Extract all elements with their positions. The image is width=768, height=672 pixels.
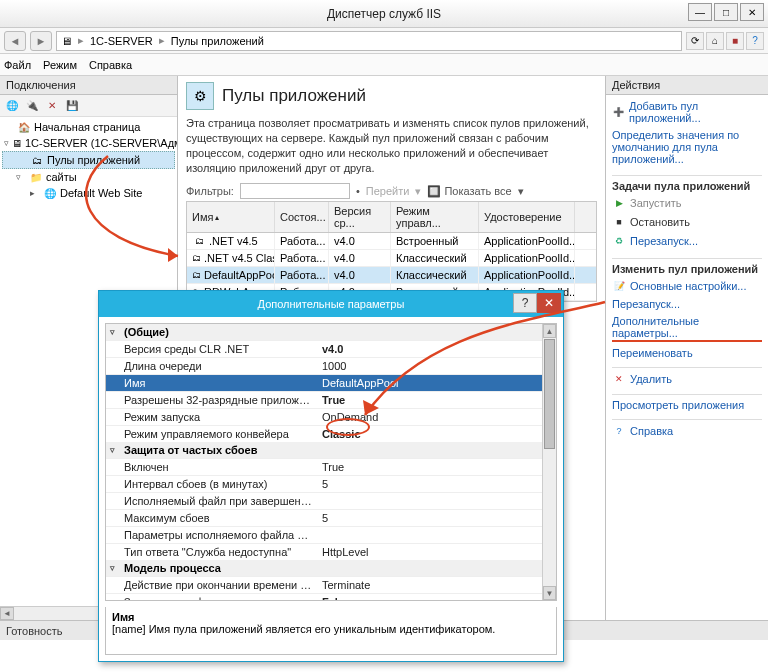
action-restart[interactable]: Перезапуск... [612, 297, 762, 311]
category-process[interactable]: ▿Модель процесса [106, 560, 556, 576]
action-rename[interactable]: Переименовать [612, 346, 762, 360]
property-row[interactable]: ИмяDefaultAppPool [106, 374, 556, 391]
filter-go[interactable]: Перейти [366, 185, 410, 197]
pool-icon: 🗂 [192, 235, 206, 247]
action-stop[interactable]: ■Остановить [612, 214, 762, 230]
tree-server[interactable]: ▿🖥 1C-SERVER (1C-SERVER\Адми [2, 135, 175, 151]
property-grid[interactable]: ▿(Общие) Версия среды CLR .NETv4.0Длина … [105, 323, 557, 601]
globe-icon[interactable]: 🌐 [4, 98, 20, 114]
action-help[interactable]: ?Справка [612, 419, 762, 439]
delete-icon[interactable]: ✕ [44, 98, 60, 114]
scroll-left-icon[interactable]: ◄ [0, 607, 14, 620]
property-description: Имя [name] Имя пула приложений является … [105, 607, 557, 655]
tree-default-website[interactable]: ▸🌐 Default Web Site [2, 185, 175, 201]
menu-mode[interactable]: Режим [43, 59, 77, 71]
connect-icon[interactable]: 🔌 [24, 98, 40, 114]
col-name[interactable]: Имя ▴ [187, 202, 275, 232]
breadcrumb-node[interactable]: Пулы приложений [171, 35, 264, 47]
action-advanced[interactable]: Дополнительные параметры... [612, 314, 762, 343]
recycle-icon: ♻ [612, 234, 626, 248]
help-icon[interactable]: ? [746, 32, 764, 50]
pool-icon: 🗂 [192, 269, 201, 281]
title-bar: Диспетчер служб IIS — □ ✕ [0, 0, 768, 28]
page-title: Пулы приложений [222, 86, 366, 106]
scroll-down-icon[interactable]: ▼ [543, 586, 556, 600]
menu-help[interactable]: Справка [89, 59, 132, 71]
address-bar: ◄ ► 🖥 ▸ 1C-SERVER ▸ Пулы приложений ⟳ ⌂ … [0, 28, 768, 54]
action-view-apps[interactable]: Просмотреть приложения [612, 394, 762, 412]
server-icon: 🖥 [12, 136, 22, 150]
col-version[interactable]: Версия ср... [329, 202, 391, 232]
minimize-button[interactable]: — [688, 3, 712, 21]
menu-bar: Файл Режим Справка [0, 54, 768, 76]
pool-icon: 🗂 [192, 252, 201, 264]
property-row[interactable]: Тип ответа "Служба недоступна"HttpLevel [106, 543, 556, 560]
property-row[interactable]: ВключенTrue [106, 458, 556, 475]
action-start[interactable]: ▶Запустить [612, 195, 762, 211]
app-pools-table: Имя ▴ Состоя... Версия ср... Режим управ… [186, 201, 597, 302]
property-row[interactable]: Версия среды CLR .NETv4.0 [106, 340, 556, 357]
nav-forward-button[interactable]: ► [30, 31, 52, 51]
action-set-defaults[interactable]: Определить значения по умолчанию для пул… [612, 128, 762, 166]
filter-row: Фильтры: • Перейти ▾ 🔲 Показать все ▾ [186, 183, 597, 199]
category-failure[interactable]: ▿Защита от частых сбоев [106, 442, 556, 458]
property-row[interactable]: Разрешены 32-разрядные приложенияTrue [106, 391, 556, 408]
stop-icon: ■ [612, 215, 626, 229]
property-row[interactable]: Режим управляемого конвейераClassic [106, 425, 556, 442]
app-pools-icon: ⚙ [186, 82, 214, 110]
home-icon[interactable]: ⌂ [706, 32, 724, 50]
actions-header: Действия [606, 76, 768, 95]
filter-show-all[interactable]: 🔲 Показать все [427, 185, 511, 198]
propgrid-vscrollbar[interactable]: ▲ ▼ [542, 324, 556, 600]
maximize-button[interactable]: □ [714, 3, 738, 21]
property-row[interactable]: Исполняемый файл при завершении работ [106, 492, 556, 509]
scroll-thumb[interactable] [544, 339, 555, 449]
col-mode[interactable]: Режим управл... [391, 202, 479, 232]
connections-header: Подключения [0, 76, 177, 95]
advanced-settings-dialog: Дополнительные параметры ? ✕ ▿(Общие) Ве… [98, 290, 564, 662]
scroll-up-icon[interactable]: ▲ [543, 324, 556, 338]
stop-icon[interactable]: ■ [726, 32, 744, 50]
property-row[interactable]: Интервал сбоев (в минутах)5 [106, 475, 556, 492]
save-icon[interactable]: 💾 [64, 98, 80, 114]
property-row[interactable]: Длина очереди1000 [106, 357, 556, 374]
nav-back-button[interactable]: ◄ [4, 31, 26, 51]
action-add-pool[interactable]: ➕Добавить пул приложений... [612, 99, 762, 125]
tree-start-page[interactable]: 🏠 Начальная страница [2, 119, 175, 135]
filter-input[interactable] [240, 183, 350, 199]
remove-icon: ✕ [612, 372, 626, 386]
property-row[interactable]: Параметры исполняемого файла при завер [106, 526, 556, 543]
filter-label: Фильтры: [186, 185, 234, 197]
refresh-icon[interactable]: ⟳ [686, 32, 704, 50]
table-header[interactable]: Имя ▴ Состоя... Версия ср... Режим управ… [187, 202, 596, 233]
actions-pane: Действия ➕Добавить пул приложений... Опр… [606, 76, 768, 620]
action-remove[interactable]: ✕Удалить [612, 367, 762, 387]
dialog-help-button[interactable]: ? [513, 293, 537, 313]
menu-file[interactable]: Файл [4, 59, 31, 71]
window-title: Диспетчер служб IIS [327, 7, 441, 21]
table-row[interactable]: 🗂DefaultAppPoolРабота...v4.0Классический… [187, 267, 596, 284]
pool-icon: 🗂 [30, 153, 44, 167]
breadcrumb[interactable]: 🖥 ▸ 1C-SERVER ▸ Пулы приложений [56, 31, 682, 51]
dialog-close-button[interactable]: ✕ [537, 293, 561, 313]
breadcrumb-server[interactable]: 1C-SERVER [90, 35, 153, 47]
property-row[interactable]: Действие при окончании времени ожиданиTe… [106, 576, 556, 593]
server-icon: 🖥 [61, 35, 72, 47]
table-row[interactable]: 🗂.NET v4.5 ClassicРабота...v4.0Классичес… [187, 250, 596, 267]
close-button[interactable]: ✕ [740, 3, 764, 21]
action-basic-settings[interactable]: 📝Основные настройки... [612, 278, 762, 294]
col-identity[interactable]: Удостоверение [479, 202, 575, 232]
col-state[interactable]: Состоя... [275, 202, 329, 232]
property-row[interactable]: Загрузить профиль пользователяFalse [106, 593, 556, 601]
property-row[interactable]: Максимум сбоев5 [106, 509, 556, 526]
actions-tasks-heading: Задачи пула приложений [612, 175, 762, 192]
status-text: Готовность [6, 625, 62, 637]
dialog-title-bar[interactable]: Дополнительные параметры ? ✕ [99, 291, 563, 317]
add-icon: ➕ [612, 105, 625, 119]
table-row[interactable]: 🗂.NET v4.5Работа...v4.0ВстроенныйApplica… [187, 233, 596, 250]
action-recycle[interactable]: ♻Перезапуск... [612, 233, 762, 249]
category-general[interactable]: ▿(Общие) [106, 324, 556, 340]
tree-app-pools[interactable]: 🗂 Пулы приложений [2, 151, 175, 169]
tree-sites[interactable]: ▿📁 сайты [2, 169, 175, 185]
property-row[interactable]: Режим запускаOnDemand [106, 408, 556, 425]
